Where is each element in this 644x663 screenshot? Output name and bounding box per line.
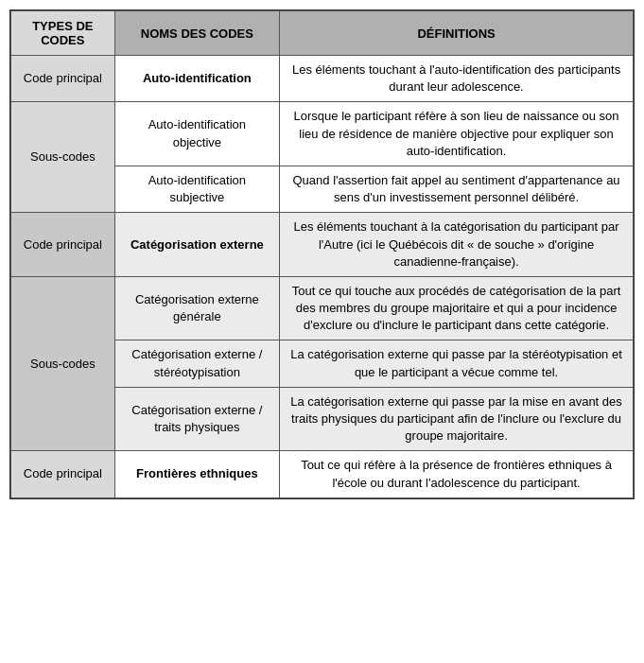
main-table-wrapper: TYPES DE CODES NOMS DES CODES DÉFINITION… [9, 9, 635, 499]
type-cell: Code principal [11, 213, 115, 277]
name-cell: Catégorisation externe générale [114, 276, 279, 340]
name-cell: Auto-identification [114, 56, 279, 102]
name-cell: Catégorisation externe / stéréotypisatio… [114, 340, 279, 387]
codes-table: TYPES DE CODES NOMS DES CODES DÉFINITION… [10, 10, 634, 498]
definition-cell: Quand l'assertion fait appel au sentimen… [280, 166, 634, 212]
header-definitions: DÉFINITIONS [280, 11, 634, 56]
definition-cell: Les éléments touchant à la catégorisatio… [280, 213, 634, 277]
type-cell: Code principal [11, 451, 115, 497]
name-cell: Catégorisation externe [114, 213, 279, 277]
header-names: NOMS DES CODES [114, 11, 279, 56]
name-cell: Frontières ethniques [114, 451, 279, 497]
name-cell: Auto-identification objective [114, 102, 279, 166]
definition-cell: La catégorisation externe qui passe par … [280, 387, 634, 451]
name-cell: Catégorisation externe / traits physique… [114, 387, 279, 451]
definition-cell: Lorsque le participant réfère à son lieu… [280, 102, 634, 166]
definition-cell: Tout ce qui touche aux procédés de catég… [280, 276, 634, 340]
type-cell: Code principal [11, 56, 115, 102]
definition-cell: Tout ce qui réfère à la présence de fron… [280, 451, 634, 497]
type-cell: Sous-codes [11, 276, 115, 451]
definition-cell: Les éléments touchant à l'auto-identific… [280, 56, 634, 102]
header-types: TYPES DE CODES [11, 11, 115, 56]
type-cell: Sous-codes [11, 102, 115, 213]
name-cell: Auto-identification subjective [114, 166, 279, 212]
definition-cell: La catégorisation externe qui passe par … [280, 340, 634, 387]
